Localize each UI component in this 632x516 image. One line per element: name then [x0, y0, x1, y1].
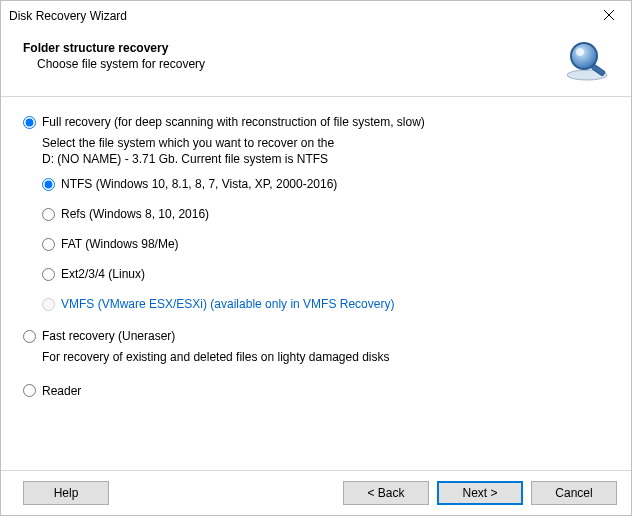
close-icon	[604, 9, 614, 23]
label-fast-recovery[interactable]: Fast recovery (Uneraser)	[42, 329, 175, 343]
desc-line1: Select the file system which you want to…	[42, 136, 334, 150]
radio-fs-ext[interactable]	[42, 268, 55, 281]
full-recovery-desc: Select the file system which you want to…	[42, 135, 609, 167]
fast-recovery-desc: For recovery of existing and deleted fil…	[42, 349, 609, 365]
radio-fs-ntfs[interactable]	[42, 178, 55, 191]
content-area: Full recovery (for deep scanning with re…	[1, 97, 631, 470]
window-title: Disk Recovery Wizard	[9, 9, 127, 23]
filesystem-options: NTFS (Windows 10, 8.1, 8, 7, Vista, XP, …	[42, 177, 609, 311]
page-subtitle: Choose file system for recovery	[37, 57, 205, 71]
help-button[interactable]: Help	[23, 481, 109, 505]
label-full-recovery[interactable]: Full recovery (for deep scanning with re…	[42, 115, 425, 129]
mode-full-block: Full recovery (for deep scanning with re…	[23, 115, 609, 311]
radio-fs-vmfs	[42, 298, 55, 311]
page-title: Folder structure recovery	[23, 41, 205, 55]
desc-line2: D: (NO NAME) - 3.71 Gb. Current file sys…	[42, 152, 328, 166]
label-reader[interactable]: Reader	[42, 384, 81, 398]
titlebar: Disk Recovery Wizard	[1, 1, 631, 31]
header-text: Folder structure recovery Choose file sy…	[15, 39, 205, 71]
svg-point-4	[576, 48, 584, 56]
cancel-button[interactable]: Cancel	[531, 481, 617, 505]
mode-reader-block: Reader	[23, 384, 609, 398]
radio-fs-fat[interactable]	[42, 238, 55, 251]
radio-fast-recovery[interactable]	[23, 330, 36, 343]
back-button[interactable]: < Back	[343, 481, 429, 505]
wizard-icon	[565, 39, 613, 84]
close-button[interactable]	[586, 1, 631, 31]
radio-full-recovery[interactable]	[23, 116, 36, 129]
label-fs-ext[interactable]: Ext2/3/4 (Linux)	[61, 267, 145, 281]
label-fs-ntfs[interactable]: NTFS (Windows 10, 8.1, 8, 7, Vista, XP, …	[61, 177, 337, 191]
label-fs-vmfs: VMFS (VMware ESX/ESXi) (available only i…	[61, 297, 394, 311]
label-fs-refs[interactable]: Refs (Windows 8, 10, 2016)	[61, 207, 209, 221]
wizard-window: Disk Recovery Wizard Folder structure re…	[0, 0, 632, 516]
footer: Help < Back Next > Cancel	[1, 470, 631, 515]
mode-fast-block: Fast recovery (Uneraser) For recovery of…	[23, 329, 609, 365]
radio-reader[interactable]	[23, 384, 36, 397]
label-fs-fat[interactable]: FAT (Windows 98/Me)	[61, 237, 179, 251]
radio-fs-refs[interactable]	[42, 208, 55, 221]
next-button[interactable]: Next >	[437, 481, 523, 505]
wizard-header: Folder structure recovery Choose file sy…	[1, 31, 631, 97]
